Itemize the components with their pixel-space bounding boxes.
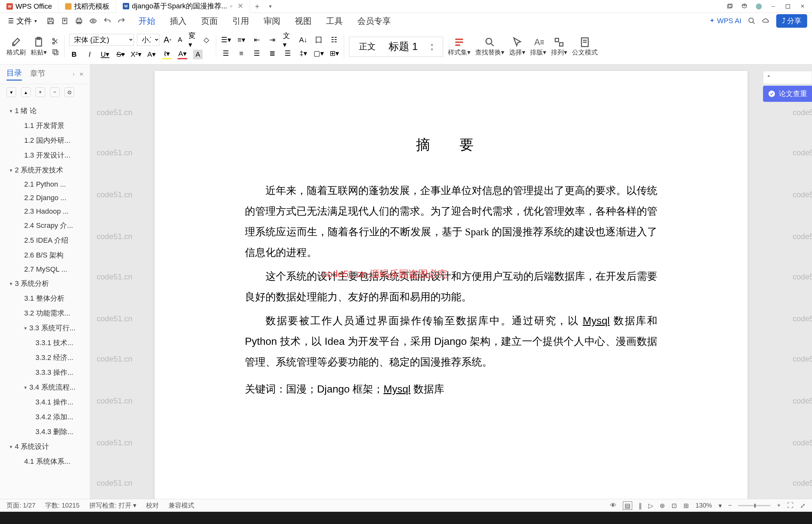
- maximize-button[interactable]: [784, 3, 791, 10]
- find-replace-button[interactable]: 查找替换▾: [475, 36, 504, 57]
- outline-item[interactable]: 3.3.1 技术...: [0, 335, 90, 350]
- chevron-right-icon[interactable]: ›: [73, 71, 74, 77]
- style-set-button[interactable]: 样式集▾: [448, 36, 470, 57]
- outline-item[interactable]: 2.2 Django ...: [0, 191, 90, 204]
- text-effects-button[interactable]: A▾: [147, 50, 156, 59]
- style-body[interactable]: 正文: [359, 41, 376, 52]
- view-read-icon[interactable]: 👁: [610, 502, 616, 509]
- strikethrough-button[interactable]: S▾: [116, 50, 125, 59]
- menu-tab-start[interactable]: 开始: [138, 14, 155, 28]
- outline-item[interactable]: 2.3 Hadoop ...: [0, 204, 90, 218]
- menu-tab-insert[interactable]: 插入: [170, 14, 186, 28]
- outline-item[interactable]: 1.2 国内外研...: [0, 133, 90, 148]
- collapse-all-button[interactable]: ▾: [6, 87, 16, 97]
- cube-icon[interactable]: [741, 3, 748, 10]
- increase-size-icon[interactable]: A+: [163, 35, 172, 45]
- chevron-down-icon[interactable]: ▾: [10, 108, 12, 114]
- doc-paragraph-3[interactable]: 数据要被工作人员通过界面操作传输至数据库中。通过研究，以 Mysql 数据库和 …: [245, 310, 657, 372]
- chevron-down-icon[interactable]: ▾: [24, 384, 27, 391]
- official-doc-button[interactable]: 公文模式: [572, 36, 598, 57]
- outline-item[interactable]: ▾3.3 系统可行...: [0, 321, 90, 335]
- status-compat[interactable]: 兼容模式: [168, 501, 194, 510]
- outline-item[interactable]: 2.1 Python ...: [0, 178, 90, 191]
- outline-item[interactable]: 3.1 整体分析: [0, 291, 90, 306]
- view-page-icon[interactable]: ▤: [623, 502, 632, 510]
- outline-item[interactable]: 3.3.2 经济...: [0, 350, 90, 365]
- outline-item[interactable]: 3.4.3 删除...: [0, 424, 90, 439]
- borders-button[interactable]: ⊞▾: [329, 49, 339, 58]
- italic-button[interactable]: I: [85, 50, 95, 59]
- fullscreen-icon[interactable]: ⤢: [800, 502, 806, 509]
- menu-tab-tools[interactable]: 工具: [326, 14, 343, 28]
- close-button[interactable]: ✕: [799, 3, 806, 10]
- status-proof[interactable]: 校对: [146, 501, 159, 510]
- bullets-button[interactable]: ☰▾: [221, 35, 231, 45]
- remove-item-button[interactable]: −: [50, 87, 60, 97]
- indent-increase-button[interactable]: ⇥: [267, 35, 277, 45]
- preview-icon[interactable]: [89, 17, 97, 25]
- align-center-button[interactable]: ≡: [236, 49, 246, 58]
- menu-tab-review[interactable]: 审阅: [264, 14, 280, 28]
- style-heading1[interactable]: 标题 1: [388, 39, 418, 54]
- bold-button[interactable]: B: [69, 50, 79, 59]
- shading-button[interactable]: ▢▾: [314, 49, 324, 58]
- align-justify-button[interactable]: ≣: [267, 49, 277, 58]
- nav-tab-chapter[interactable]: 章节: [30, 68, 46, 80]
- menu-tab-reference[interactable]: 引用: [232, 14, 249, 28]
- align-left-button[interactable]: ☰: [221, 49, 231, 58]
- view-focus-icon[interactable]: ⊡: [672, 502, 677, 509]
- zoom-out-button[interactable]: −: [728, 502, 732, 509]
- paste-button[interactable]: 粘贴▾: [31, 36, 47, 57]
- text-direction-button[interactable]: 文▾: [283, 35, 293, 45]
- zoom-dropdown-icon[interactable]: ▾: [718, 502, 722, 509]
- document-page[interactable]: 摘 要 近年来，随着互联网的蓬勃发展，企事业单位对信息的管理提出了更高的要求。以…: [155, 71, 748, 511]
- highlight-button[interactable]: ℓ▾: [162, 50, 172, 59]
- outline-item[interactable]: 1.1 开发背景: [0, 118, 90, 133]
- expand-all-button[interactable]: ▴: [21, 87, 31, 97]
- doc-keywords[interactable]: 关键词：国漫；Django 框架；Mysql 数据库: [245, 379, 657, 399]
- outline-item[interactable]: 2.5 IDEA 介绍: [0, 233, 90, 248]
- cut-icon[interactable]: [52, 37, 59, 45]
- outline-item[interactable]: 2.7 MySQL ...: [0, 263, 90, 276]
- style-gallery[interactable]: 正文 标题 1 ▴▾: [349, 37, 443, 57]
- nav-tab-directory[interactable]: 目录: [6, 68, 22, 81]
- outline-item[interactable]: 2.6 B/S 架构: [0, 248, 90, 263]
- share-button[interactable]: ⤴ 分享: [776, 14, 807, 28]
- add-item-button[interactable]: +: [35, 87, 45, 97]
- sync-button[interactable]: ⊙: [64, 87, 74, 97]
- print-icon[interactable]: [75, 17, 83, 25]
- outline-item[interactable]: 3.3.3 操作...: [0, 365, 90, 380]
- paper-check-button[interactable]: 论文查重: [763, 86, 812, 102]
- sort-button[interactable]: 排列▾: [551, 36, 567, 57]
- outline-item[interactable]: 3.4.1 操作...: [0, 395, 90, 410]
- underline-button[interactable]: U▾: [100, 50, 110, 59]
- character-border-button[interactable]: 囗: [314, 35, 324, 45]
- outline-item[interactable]: ▾1 绪 论: [0, 103, 90, 118]
- distributed-button[interactable]: ☷: [329, 35, 339, 45]
- outline-item[interactable]: 1.3 开发设计...: [0, 148, 90, 163]
- select-button[interactable]: 选择▾: [509, 36, 525, 57]
- format-brush-button[interactable]: 格式刷: [6, 36, 26, 57]
- font-select[interactable]: 宋体 (正文): [69, 34, 134, 46]
- view-split-icon[interactable]: ⊞: [683, 502, 689, 509]
- line-spacing-button[interactable]: ‡▾: [298, 49, 308, 58]
- zoom-in-button[interactable]: +: [777, 502, 781, 509]
- doc-paragraph-1[interactable]: 近年来，随着互联网的蓬勃发展，企事业单位对信息的管理提出了更高的要求。以传统的管…: [245, 180, 657, 263]
- doc-paragraph-2[interactable]: 这个系统的设计主要包括系统页面的设计和方便用户互动的后端数据库，在开发后需要良好…: [245, 266, 657, 307]
- collapse-sidebar-button[interactable]: ⌃: [763, 71, 812, 84]
- numbering-button[interactable]: ≡▾: [236, 35, 246, 45]
- decrease-size-icon[interactable]: A-: [176, 35, 185, 45]
- menu-tab-page[interactable]: 页面: [201, 14, 218, 28]
- file-menu[interactable]: ☰ 文件 ▾: [5, 16, 40, 26]
- size-select[interactable]: 小二: [137, 34, 160, 46]
- chevron-down-icon[interactable]: ▾: [24, 325, 27, 331]
- align-distribute-button[interactable]: ☰: [283, 49, 293, 58]
- zoom-level[interactable]: 130%: [695, 502, 712, 509]
- new-tab-button[interactable]: +: [250, 2, 264, 11]
- window-tabs-icon[interactable]: [727, 3, 733, 10]
- tab-window-icon[interactable]: ▫: [230, 2, 232, 10]
- arrange-button[interactable]: A≡ 排版▾: [530, 36, 546, 57]
- save-icon[interactable]: [46, 17, 55, 25]
- tab-menu-button[interactable]: ▾: [264, 3, 277, 9]
- undo-icon[interactable]: [103, 17, 112, 25]
